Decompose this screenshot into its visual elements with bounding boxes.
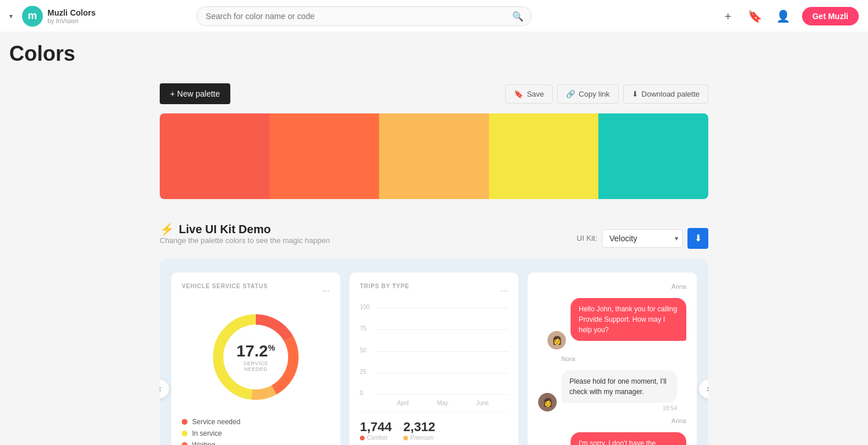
stat-value: 2,312 (403, 420, 435, 435)
bar-month-label: June (462, 400, 502, 406)
donut-label1: SERVICE (237, 361, 275, 366)
search-icon: 🔍 (512, 10, 524, 21)
app-name: Muzli Colors (47, 8, 95, 17)
chat-sender: Nora (538, 355, 686, 362)
kit-select[interactable]: VelocityMaterialBootstrap (602, 229, 683, 248)
next-arrow[interactable]: › (699, 380, 708, 398)
vehicle-service-card: VEHICLE SERVICE STATUS ··· 17.2% (171, 273, 340, 445)
stat-dot (403, 436, 408, 440)
chat-messages: AnnaHello John, thank you for calling Pr… (538, 283, 686, 445)
download-icon: ⬇ (694, 233, 702, 244)
card-header: VEHICLE SERVICE STATUS ··· (182, 283, 330, 299)
donut-percent: 17.2% (237, 342, 275, 361)
chat-bubble: I'm sorry, I don't have the answer to th… (571, 432, 686, 445)
chat-message-row: I'm sorry, I don't have the answer to th… (538, 432, 686, 445)
bookmark-button[interactable]: 🔖 (745, 7, 764, 25)
legend-label: In service (192, 429, 222, 437)
app-sub: by InVision (47, 17, 95, 24)
chat-message-row: 👩Please hold for one moment, I'll check … (538, 370, 686, 411)
card-menu-icon[interactable]: ··· (322, 286, 330, 296)
app-menu-chevron[interactable]: ▾ (9, 12, 13, 20)
live-kit-title: ⚡ Live UI Kit Demo (160, 222, 330, 236)
add-button[interactable]: ＋ (720, 6, 736, 26)
kit-download-button[interactable]: ⬇ (687, 228, 708, 249)
chart-bars (377, 308, 508, 395)
trips-menu-icon[interactable]: ··· (501, 286, 508, 296)
color-swatch[interactable] (270, 113, 380, 199)
legend-item: Service needed (182, 418, 330, 426)
legend-item: Waiting (182, 441, 330, 445)
app-logo-area: ▾ m Muzli Colors by InVision (9, 6, 102, 27)
bolt-icon: ⚡ (160, 222, 174, 236)
trips-stats: 1,744 Comfort 2,312 Premium (360, 412, 508, 441)
legend-dot (182, 442, 187, 445)
header: ▾ m Muzli Colors by InVision 🔍 ＋ 🔖 👤 Get… (0, 0, 868, 32)
demo-canvas: ‹ VEHICLE SERVICE STATUS ··· (160, 259, 708, 445)
chat-card: AnnaHello John, thank you for calling Pr… (528, 273, 697, 445)
header-actions: ＋ 🔖 👤 Get Muzli (720, 6, 859, 26)
link-icon: 🔗 (566, 90, 575, 98)
color-swatch[interactable] (379, 113, 489, 199)
new-palette-button[interactable]: + New palette (160, 83, 230, 104)
search-input[interactable] (196, 6, 532, 26)
stat-item: 1,744 Comfort (360, 420, 392, 441)
bar-month-label: April (383, 400, 423, 406)
stat-item: 2,312 Premium (403, 420, 435, 441)
user-button[interactable]: 👤 (774, 7, 793, 25)
grid-label: 0 (360, 390, 363, 396)
color-swatches (160, 113, 708, 199)
color-swatch[interactable] (598, 113, 708, 199)
legend-label: Service needed (192, 418, 240, 426)
donut-center: 17.2% SERVICE NEEDED (237, 342, 275, 372)
grid-label: 25 (360, 369, 366, 375)
legend-label: Waiting (192, 441, 215, 445)
get-muzli-button[interactable]: Get Muzli (802, 7, 859, 25)
stat-label: Premium (403, 435, 435, 441)
stat-value: 1,744 (360, 420, 392, 435)
chat-message-row: Hello John, thank you for calling Provid… (538, 298, 686, 350)
app-title-group: Muzli Colors by InVision (47, 8, 95, 24)
kit-label: UI Kit: (577, 234, 597, 242)
palette-actions: 🔖 Save 🔗 Copy link ⬇ Download palette (505, 84, 708, 104)
bar-month-label: May (423, 400, 463, 406)
trips-card-title: TRIPS BY TYPE (360, 283, 409, 289)
palette-toolbar: + New palette 🔖 Save 🔗 Copy link ⬇ Downl… (160, 83, 708, 104)
chat-sender: Anna (538, 417, 686, 424)
grid-label: 50 (360, 347, 366, 354)
legend: Service neededIn serviceWaitingFully ser… (182, 418, 330, 445)
save-button[interactable]: 🔖 Save (505, 84, 553, 104)
prev-arrow[interactable]: ‹ (160, 380, 169, 398)
bookmark-icon: 🔖 (514, 90, 523, 98)
stat-dot (360, 436, 365, 440)
grid-label: 75 (360, 325, 366, 332)
app-logo: m (22, 6, 43, 27)
donut-chart: 17.2% SERVICE NEEDED (182, 308, 330, 406)
grid-label: 100 (360, 304, 370, 310)
trips-card-header: TRIPS BY TYPE ··· (360, 283, 508, 299)
legend-dot (182, 431, 187, 436)
chat-bubble: Hello John, thank you for calling Provid… (571, 298, 686, 341)
color-swatch[interactable] (160, 113, 270, 199)
vehicle-card-title: VEHICLE SERVICE STATUS (182, 283, 268, 289)
bar-chart: 1007550250 AprilMayJune (360, 308, 508, 406)
chat-time: 18:54 (561, 405, 677, 411)
live-kit-subtitle: Change the palette colors to see the mag… (160, 236, 330, 245)
page-title: Colors (0, 32, 868, 66)
donut-label2: NEEDED (237, 366, 275, 372)
chat-time: 18:54 (571, 343, 686, 350)
legend-item: In service (182, 429, 330, 437)
stat-label: Comfort (360, 435, 392, 441)
color-swatch[interactable] (489, 113, 599, 199)
search-bar: 🔍 (196, 6, 532, 26)
download-palette-button[interactable]: ⬇ Download palette (623, 84, 708, 104)
chat-bubble: Please hold for one moment, I'll check w… (561, 370, 677, 403)
download-icon: ⬇ (632, 90, 638, 98)
avatar: 👩 (547, 331, 566, 350)
main-content: + New palette 🔖 Save 🔗 Copy link ⬇ Downl… (150, 66, 718, 445)
copy-link-button[interactable]: 🔗 Copy link (557, 84, 618, 104)
live-kit-header: ⚡ Live UI Kit Demo Change the palette co… (160, 222, 708, 254)
kit-selector: UI Kit: VelocityMaterialBootstrap ▾ ⬇ (577, 228, 708, 249)
chart-labels: AprilMayJune (377, 400, 508, 406)
avatar: 👩 (538, 393, 557, 411)
legend-dot (182, 419, 187, 425)
